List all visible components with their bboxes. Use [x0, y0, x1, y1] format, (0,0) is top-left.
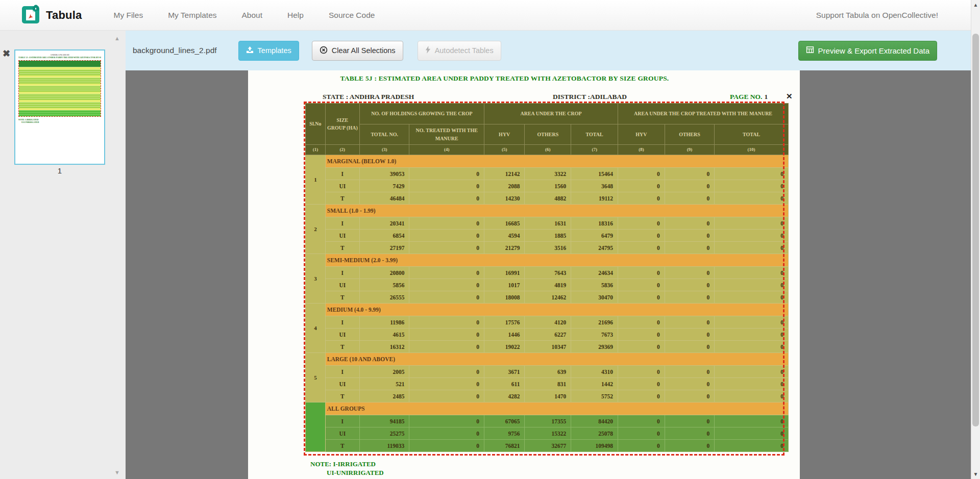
- value-cell: 0: [409, 242, 484, 254]
- value-cell: 0: [665, 415, 714, 427]
- value-cell: 7643: [525, 267, 571, 279]
- value-cell: 2088: [484, 180, 525, 192]
- value-cell: 0: [409, 291, 484, 304]
- value-cell: 6479: [571, 230, 618, 242]
- value-cell: 3671: [484, 366, 525, 378]
- table-row: UI68540459418856479000: [306, 230, 789, 242]
- value-cell: 0: [665, 366, 714, 378]
- value-cell: 0: [618, 168, 665, 180]
- col-number: (7): [571, 145, 618, 155]
- value-cell: 0: [409, 440, 484, 452]
- remove-page-icon[interactable]: ✖: [3, 49, 10, 58]
- templates-button[interactable]: Templates: [238, 41, 299, 61]
- table-row: I11986017576412021696000: [306, 316, 789, 329]
- value-cell: 6227: [525, 329, 571, 341]
- value-cell: 0: [665, 267, 714, 279]
- size-group-band: ALL GROUPS: [325, 402, 788, 415]
- support-link[interactable]: Support Tabula on OpenCollective!: [816, 11, 938, 20]
- row-type-cell: UI: [325, 230, 359, 242]
- nav-item-source-code[interactable]: Source Code: [329, 11, 375, 20]
- value-cell: 0: [715, 230, 789, 242]
- tabula-logo-icon: [21, 5, 41, 26]
- value-cell: 0: [618, 415, 665, 427]
- pdf-page[interactable]: TABLE 5J : ESTIMATED AREA UNDER PADDY TR…: [248, 70, 800, 479]
- nav-item-my-templates[interactable]: My Templates: [168, 11, 216, 20]
- value-cell: 0: [665, 440, 714, 452]
- templates-button-label: Templates: [258, 46, 291, 55]
- value-cell: 0: [715, 329, 789, 341]
- slno-cell: 1: [306, 155, 326, 205]
- col-header-area-group: AREA UNDER THE CROP: [484, 104, 618, 124]
- table-row: T24850428214705752000: [306, 390, 789, 402]
- value-cell: 0: [618, 341, 665, 353]
- row-type-cell: UI: [325, 279, 359, 291]
- size-group-band: SEMI-MEDIUM (2.0 - 3.99): [325, 254, 788, 267]
- nav-item-my-files[interactable]: My Files: [113, 11, 143, 20]
- value-cell: 1885: [525, 230, 571, 242]
- nav-item-help[interactable]: Help: [287, 11, 304, 20]
- value-cell: 0: [409, 415, 484, 427]
- value-cell: 521: [359, 378, 409, 390]
- value-cell: 0: [409, 427, 484, 440]
- value-cell: 16312: [359, 341, 409, 353]
- col-subheader: TOTAL NO.: [359, 124, 409, 145]
- value-cell: 11986: [359, 316, 409, 329]
- row-type-cell: T: [325, 440, 359, 452]
- col-subheader: HYV: [618, 124, 665, 145]
- value-cell: 0: [618, 291, 665, 304]
- selection-close-icon[interactable]: ✕: [786, 92, 793, 101]
- row-type-cell: I: [325, 267, 359, 279]
- scrollbar-down-icon[interactable]: ▼: [971, 471, 980, 477]
- value-cell: 0: [665, 341, 714, 353]
- preview-export-button[interactable]: Preview & Export Extracted Data: [798, 41, 937, 61]
- page-1-thumbnail[interactable]: ANDHRA PRADESH TABLE 5J : ESTIMATED AREA…: [14, 49, 105, 165]
- value-cell: 0: [618, 390, 665, 402]
- value-cell: 0: [409, 390, 484, 402]
- col-number: (4): [409, 145, 484, 155]
- window-scrollbar[interactable]: ▲ ▼: [971, 0, 980, 479]
- value-cell: 0: [665, 180, 714, 192]
- value-cell: 0: [409, 378, 484, 390]
- autodetect-tables-button[interactable]: Autodetect Tables: [418, 41, 501, 61]
- pdf-note: NOTE: I-IRRIGATED UI-UNIRRIGATED: [310, 460, 384, 477]
- value-cell: 0: [618, 217, 665, 230]
- value-cell: 21696: [571, 316, 618, 329]
- value-cell: 0: [618, 267, 665, 279]
- nav-item-about[interactable]: About: [242, 11, 263, 20]
- value-cell: 84420: [571, 415, 618, 427]
- col-number: (9): [665, 145, 714, 155]
- table-row: UI52106118311442000: [306, 378, 789, 390]
- table-row: UI58560101748195836000: [306, 279, 789, 291]
- pdf-note-line2: UI-UNIRRIGATED: [327, 468, 384, 477]
- value-cell: 4120: [525, 316, 571, 329]
- table-row: I20800016991764324634000: [306, 267, 789, 279]
- value-cell: 0: [665, 217, 714, 230]
- value-cell: 4882: [525, 192, 571, 205]
- brand[interactable]: Tabula: [21, 5, 82, 26]
- scrollbar-up-icon[interactable]: ▲: [971, 2, 980, 8]
- value-cell: 17355: [525, 415, 571, 427]
- thumbnail-row: [19, 114, 101, 116]
- value-cell: 94185: [359, 415, 409, 427]
- value-cell: 4819: [525, 279, 571, 291]
- thumbnail-page-number: 1: [14, 166, 105, 175]
- table-row: UI46150144662277673000: [306, 329, 789, 341]
- table-row: I2005036716394310000: [306, 366, 789, 378]
- value-cell: 0: [409, 316, 484, 329]
- slno-cell: 2: [306, 205, 326, 254]
- page-thumbnail-sidebar: ✖ ANDHRA PRADESH TABLE 5J : ESTIMATED AR…: [0, 31, 126, 479]
- col-subheader: HYV: [484, 124, 525, 145]
- scrollbar-thumb[interactable]: [972, 34, 979, 426]
- table-row: UI25275097561532225078000: [306, 427, 789, 440]
- value-cell: 21279: [484, 242, 525, 254]
- row-type-cell: I: [325, 366, 359, 378]
- value-cell: 3648: [571, 180, 618, 192]
- value-cell: 639: [525, 366, 571, 378]
- clear-all-selections-button[interactable]: Clear All Selections: [312, 41, 403, 61]
- sidebar-scroll-down-icon[interactable]: ▼: [114, 470, 120, 475]
- sidebar-scroll-up-icon[interactable]: ▲: [114, 36, 120, 41]
- value-cell: 0: [715, 279, 789, 291]
- row-type-cell: I: [325, 415, 359, 427]
- value-cell: 0: [715, 168, 789, 180]
- row-type-cell: T: [325, 291, 359, 304]
